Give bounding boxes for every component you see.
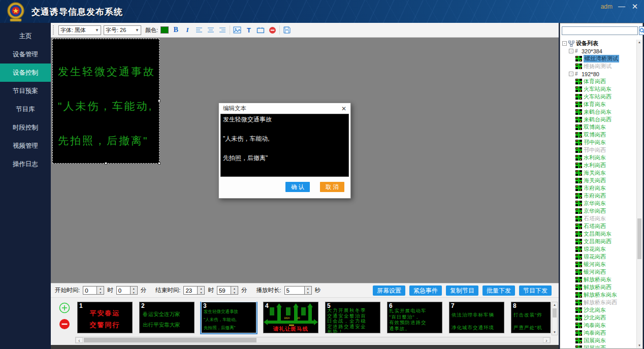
align-left-button[interactable]	[195, 25, 204, 35]
spinner-up-icon[interactable]: ▲	[198, 287, 204, 291]
scroll-up-icon[interactable]: ▲	[637, 40, 642, 45]
font-family-select[interactable]: 字体: 黑体 ▼	[58, 25, 101, 35]
tree-scrollbar[interactable]: ▲ ▼	[636, 40, 642, 348]
tree-device-item[interactable]: 海关岗西	[561, 177, 636, 184]
scroll-down-icon[interactable]: ▼	[637, 343, 642, 348]
device-search-input[interactable]	[562, 26, 638, 35]
tree-device-item[interactable]: 国展岗西	[561, 344, 636, 348]
spinner-down-icon[interactable]: ▼	[97, 291, 104, 295]
dialog-textarea[interactable]: 发生轻微交通事故 "人未伤，车能动, 先拍照，后撤离"	[220, 114, 349, 177]
start-hour-input[interactable]	[83, 286, 97, 295]
tree-device-item[interactable]: 邗中岗东	[561, 139, 636, 146]
insert-image-button[interactable]	[233, 25, 242, 35]
tree-device-item[interactable]: 京华岗东	[561, 200, 636, 207]
collapse-icon[interactable]: -	[562, 41, 567, 46]
spinner-down-icon[interactable]: ▼	[198, 291, 204, 295]
playlist-horizontal-scrollbar[interactable]: ‹ ›	[75, 337, 551, 343]
spinner-up-icon[interactable]: ▲	[131, 287, 137, 291]
tree-device-item[interactable]: 来鹤台岗东	[561, 108, 636, 116]
confirm-button[interactable]: 确 认	[285, 182, 310, 192]
tree-device-item[interactable]: 火车站岗东	[561, 85, 636, 93]
tree-device-item[interactable]: 银河岗东	[561, 261, 636, 268]
tree-device-item[interactable]: 京华岗西	[561, 207, 636, 215]
align-right-button[interactable]	[218, 25, 227, 35]
playlist-item-5[interactable]: 5大力开展秋冬季交通安全整治百日会战，全力稳定道路交通安全形势！	[325, 302, 380, 333]
add-program-button[interactable]	[59, 302, 70, 315]
tree-device-item[interactable]: 文昌阁岗东	[561, 230, 636, 238]
tree-device-item[interactable]: 解放桥岗东	[561, 276, 636, 283]
align-center-button[interactable]	[206, 25, 215, 35]
tree-device-item[interactable]: 火车站岗西	[561, 93, 636, 101]
tree-device-item[interactable]: 解放桥岗西	[561, 283, 636, 291]
tree-device-item[interactable]: 琼花岗东	[561, 245, 636, 253]
tree-device-item[interactable]: 琼花岗西	[561, 253, 636, 261]
emergency-event-button[interactable]: 紧急事件	[409, 285, 442, 296]
tree-device-item[interactable]: 海关岗东	[561, 169, 636, 177]
tree-device-item[interactable]: 来鹤台岗西	[561, 116, 636, 123]
tree-root-device-list[interactable]: -设备列表	[561, 40, 636, 47]
end-hour-input[interactable]	[183, 286, 198, 295]
collapse-icon[interactable]: -	[569, 49, 573, 53]
tree-device-item[interactable]: 体育岗东	[561, 101, 636, 108]
playlist-item-6[interactable]: 6扎实开展电动车"百日整治"，有效预防道路交通事故。	[387, 302, 442, 333]
scroll-left-icon[interactable]: ‹	[76, 337, 83, 343]
tree-device-item[interactable]: 文昌阁岗西	[561, 238, 636, 245]
sidebar-item-device-control[interactable]: 设备控制	[0, 64, 51, 82]
sidebar-item-operation-log[interactable]: 操作日志	[0, 155, 51, 173]
sidebar-item-device-management[interactable]: 设备管理	[0, 45, 51, 64]
screen-frame-button[interactable]	[256, 25, 265, 35]
playlist-item-1[interactable]: 1平安春运交警同行	[77, 302, 133, 333]
spinner-down-icon[interactable]: ▼	[131, 291, 137, 295]
scrollbar-thumb[interactable]	[553, 308, 557, 318]
tree-device-item[interactable]: 沙北岗东	[561, 306, 636, 314]
tree-device-item[interactable]: 银河岗西	[561, 268, 636, 276]
tree-group-192x80[interactable]: -#192*80	[561, 70, 636, 78]
duration-input[interactable]	[284, 286, 305, 295]
playlist-item-8[interactable]: 8打击改装"炸严查严处"机	[511, 302, 551, 333]
resize-handle-corner[interactable]	[158, 162, 160, 165]
scrollbar-thumb[interactable]	[637, 218, 641, 259]
cancel-button[interactable]: 取 消	[320, 182, 344, 192]
copy-program-button[interactable]: 复制节目	[446, 285, 478, 296]
playlist-item-3[interactable]: 3发生轻微交通事故"人未伤，车能动,先拍照，后撤离"	[201, 302, 256, 333]
sidebar-item-home[interactable]: 主页	[0, 27, 51, 45]
spinner-up-icon[interactable]: ▲	[305, 287, 311, 291]
device-search-button[interactable]	[639, 26, 644, 35]
dialog-close-icon[interactable]: ✕	[341, 105, 346, 112]
scroll-up-icon[interactable]: ▲	[552, 302, 557, 307]
program-send-button[interactable]: 节目下发	[519, 285, 552, 296]
tree-device-item[interactable]: 邗中岗西	[561, 146, 636, 154]
tree-device-item[interactable]: 石塔岗西	[561, 223, 636, 230]
tree-device-item[interactable]: 螺丝湾桥测试	[561, 55, 636, 62]
color-swatch[interactable]	[160, 26, 169, 34]
tree-device-item[interactable]: 鸿泰岗西	[561, 329, 636, 337]
tree-device-item[interactable]: 解放桥东岗西	[561, 299, 636, 306]
tree-device-item[interactable]: 体育岗西	[561, 78, 636, 85]
spinner-up-icon[interactable]: ▲	[231, 287, 238, 291]
spinner-down-icon[interactable]: ▼	[305, 291, 311, 295]
spinner-up-icon[interactable]: ▲	[97, 287, 104, 291]
led-screen-preview[interactable]: 发生轻微交通事故"人未伤，车能动,先拍照，后撤离"	[52, 39, 159, 164]
tree-device-item[interactable]: 鸿泰岗东	[561, 322, 636, 329]
tree-device-item[interactable]: 市府岗西	[561, 192, 636, 200]
delete-area-button[interactable]	[268, 25, 277, 35]
user-name[interactable]: adm	[601, 3, 613, 10]
close-button[interactable]: ✕	[630, 2, 640, 11]
tree-device-item[interactable]: 解放桥东岗东	[561, 291, 636, 299]
tree-device-item[interactable]: 国展岗东	[561, 337, 636, 344]
tree-device-item[interactable]: 双博岗西	[561, 131, 636, 139]
scrollbar-thumb[interactable]	[84, 338, 256, 342]
save-button[interactable]	[282, 25, 292, 35]
resize-handle-right[interactable]	[158, 100, 160, 102]
sidebar-item-video-management[interactable]: 视频管理	[0, 137, 51, 155]
spinner-down-icon[interactable]: ▼	[231, 291, 238, 295]
tree-device-item[interactable]: 石塔岗东	[561, 215, 636, 223]
tree-group-320x384[interactable]: -#320*384	[561, 47, 636, 55]
sidebar-item-period-control[interactable]: 时段控制	[0, 118, 51, 137]
playlist-item-7[interactable]: 7依法治理非标车辆净化城市交通环境	[449, 302, 504, 333]
tree-device-item[interactable]: 水利岗西	[561, 162, 636, 169]
playlist-vertical-scrollbar[interactable]: ▲ ▼	[552, 302, 558, 335]
resize-handle-bottom[interactable]	[105, 162, 107, 165]
scroll-down-icon[interactable]: ▼	[552, 330, 557, 335]
toolbar-grip[interactable]	[53, 25, 55, 35]
